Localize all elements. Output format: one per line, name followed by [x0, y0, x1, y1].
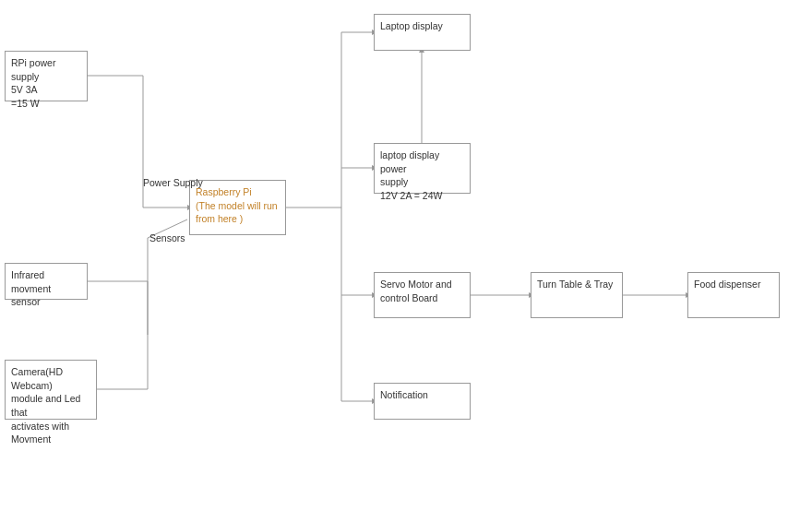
laptop-display-box: Laptop display: [374, 14, 471, 51]
laptop-display-power-box: laptop display power supply 12V 2A = 24W: [374, 143, 471, 194]
notification-label: Notification: [380, 389, 428, 400]
power-supply-label: Power Supply: [143, 177, 203, 188]
camera-label: Camera(HD Webcam) module and Led that ac…: [11, 366, 80, 445]
rpi-power-supply-label: RPi power supply 5V 3A =15 W: [11, 57, 55, 109]
food-dispenser-label: Food dispenser: [694, 279, 760, 290]
notification-box: Notification: [374, 383, 471, 420]
raspberry-pi-label: Raspberry Pi (The model will run from he…: [196, 186, 278, 224]
camera-box: Camera(HD Webcam) module and Led that ac…: [5, 360, 97, 420]
servo-motor-label: Servo Motor and control Board: [380, 279, 452, 303]
turn-table-box: Turn Table & Tray: [531, 272, 623, 318]
rpi-power-supply-box: RPi power supply 5V 3A =15 W: [5, 51, 88, 101]
laptop-display-label: Laptop display: [380, 20, 443, 31]
infrared-sensor-label: Infrared movment sensor: [11, 269, 51, 307]
servo-motor-box: Servo Motor and control Board: [374, 272, 471, 318]
food-dispenser-box: Food dispenser: [687, 272, 780, 318]
raspberry-pi-box: Raspberry Pi (The model will run from he…: [189, 180, 286, 235]
laptop-display-power-label: laptop display power supply 12V 2A = 24W: [380, 149, 442, 201]
sensors-label: Sensors: [149, 232, 185, 243]
turn-table-label: Turn Table & Tray: [537, 279, 613, 290]
infrared-sensor-box: Infrared movment sensor: [5, 263, 88, 300]
arrows-svg: [0, 0, 812, 522]
diagram: RPi power supply 5V 3A =15 W Raspberry P…: [0, 0, 812, 522]
svg-line-21: [148, 240, 187, 335]
